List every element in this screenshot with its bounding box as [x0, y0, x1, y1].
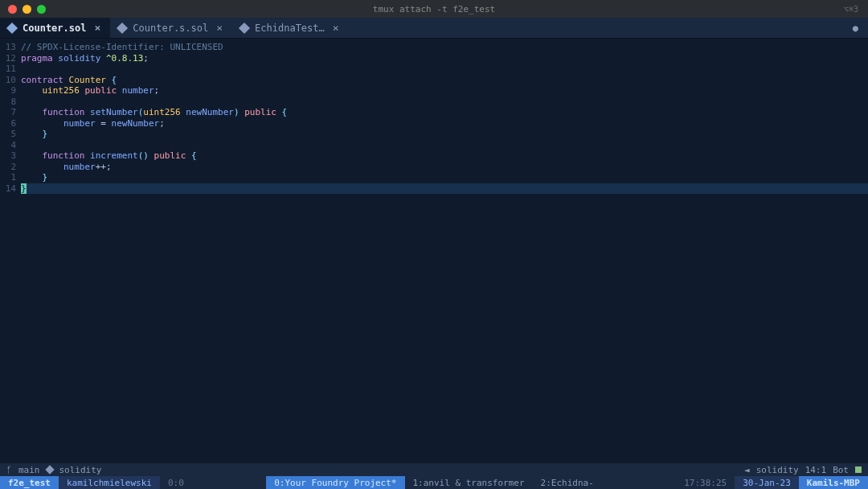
tmux-date: 30-Jan-23	[735, 476, 799, 489]
tab-counter-s-sol[interactable]: Counter.s.sol ×	[110, 18, 232, 38]
tmux-time: 17:38:25	[676, 476, 735, 489]
tab-label: Counter.sol	[23, 23, 86, 34]
code-line[interactable]: function increment() public {	[21, 150, 868, 162]
code-line[interactable]: }	[21, 172, 868, 183]
code-line[interactable]: pragma solidity ^0.8.13;	[21, 53, 868, 64]
code-content[interactable]: // SPDX-License-Identifier: UNLICENSEDpr…	[21, 42, 868, 463]
code-line[interactable]: // SPDX-License-Identifier: UNLICENSED	[21, 42, 868, 53]
line-number: 6	[0, 118, 16, 129]
code-line[interactable]	[21, 97, 868, 108]
maximize-icon[interactable]	[37, 5, 46, 14]
tab-label: Counter.s.sol	[133, 23, 208, 34]
tmux-window[interactable]: 2:Echidna-	[533, 476, 602, 489]
git-branch-name: main	[18, 465, 40, 475]
line-number: 1	[0, 172, 16, 183]
language-right: solidity	[756, 465, 799, 475]
tmux-window[interactable]: 1:anvil & transformer	[405, 476, 533, 489]
code-line[interactable]: }	[21, 183, 868, 195]
tab-counter-sol[interactable]: Counter.sol ×	[0, 18, 110, 38]
tab-echidna-test[interactable]: EchidnaTest… ×	[232, 18, 349, 38]
tmux-session-name[interactable]: f2e_test	[0, 476, 59, 489]
line-number: 5	[0, 129, 16, 140]
close-icon[interactable]: ×	[215, 22, 224, 34]
line-number: 3	[0, 150, 16, 162]
titlebar: tmux attach -t f2e_test ⌥⌘3	[0, 0, 868, 18]
close-icon[interactable]: ×	[92, 22, 102, 34]
line-number: 2	[0, 162, 16, 173]
solidity-file-icon	[6, 22, 18, 33]
code-line[interactable]: function setNumber(uint256 newNumber) pu…	[21, 107, 868, 118]
minimize-icon[interactable]	[23, 5, 31, 14]
line-number: 7	[0, 107, 16, 118]
solidity-file-icon	[239, 22, 250, 33]
traffic-lights	[0, 5, 46, 14]
line-number: 12	[0, 53, 16, 64]
window-title: tmux attach -t f2e_test	[373, 4, 495, 14]
close-icon[interactable]	[8, 5, 17, 14]
tabbar-overflow-icon[interactable]: ●	[853, 18, 868, 38]
cursor-position: 14:1	[805, 465, 827, 475]
tab-label: EchidnaTest…	[255, 23, 325, 34]
cursor: }	[21, 183, 27, 195]
line-number: 13	[0, 42, 16, 53]
tmux-status-line: f2e_test kamilchmielewski 0:0 0:Your Fou…	[0, 476, 868, 489]
code-line[interactable]: number = newNumber;	[21, 118, 868, 129]
code-line[interactable]	[21, 64, 868, 75]
status-indicator-icon	[855, 466, 862, 473]
tmux-window[interactable]: 0:Your Foundry Project*	[266, 476, 404, 489]
code-line[interactable]: number++;	[21, 162, 868, 173]
code-editor[interactable]: 1312111098765432114 // SPDX-License-Iden…	[0, 39, 868, 463]
line-number-gutter: 1312111098765432114	[0, 42, 21, 463]
window-shortcut: ⌥⌘3	[844, 5, 858, 14]
line-number: 8	[0, 97, 16, 108]
code-line[interactable]: contract Counter {	[21, 75, 868, 86]
tmux-user: kamilchmielewski	[59, 476, 160, 489]
solidity-file-icon	[117, 22, 128, 33]
status-line: ᚶ main solidity ◄ solidity 14:1 Bot	[0, 463, 868, 476]
git-branch-icon: ᚶ	[6, 465, 12, 475]
tmux-host: Kamils-MBP	[799, 476, 868, 489]
line-number: 10	[0, 75, 16, 86]
tmux-window-list: 0:Your Foundry Project*1:anvil & transfo…	[192, 476, 676, 489]
record-icon: ◄	[744, 465, 750, 475]
code-line[interactable]: uint256 public number;	[21, 85, 868, 97]
line-number: 4	[0, 140, 16, 151]
line-number: 14	[0, 183, 16, 195]
tab-bar: Counter.sol × Counter.s.sol × EchidnaTes…	[0, 18, 868, 39]
tmux-pane-index: 0:0	[160, 476, 192, 489]
code-line[interactable]: }	[21, 129, 868, 140]
close-icon[interactable]: ×	[331, 22, 341, 34]
editor-window: tmux attach -t f2e_test ⌥⌘3 Counter.sol …	[0, 0, 868, 489]
code-line[interactable]	[21, 140, 868, 151]
scroll-position: Bot	[833, 465, 849, 475]
language-label: solidity	[59, 465, 102, 475]
line-number: 11	[0, 64, 16, 75]
solidity-lang-icon	[45, 465, 54, 474]
line-number: 9	[0, 85, 16, 97]
